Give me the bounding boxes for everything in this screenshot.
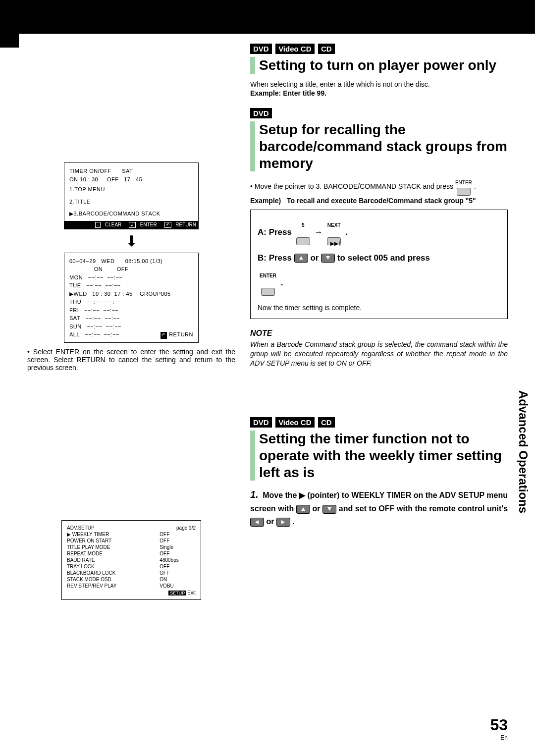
arrow-right-icon: → (314, 227, 322, 237)
table-row: POWER ON START (67, 538, 160, 544)
badge-dvd: DVD (250, 108, 272, 118)
section-title: Setting to turn on player power only (250, 57, 508, 74)
row: 2.TITLE (69, 198, 193, 206)
step-number-icon: 1. (250, 489, 259, 500)
step-b-rest: to select 005 and press (337, 253, 430, 263)
table-row: REPEAT MODE (67, 550, 160, 557)
enter-small-label: ENTER (260, 273, 276, 278)
row: THU −−:−− −−:−− (69, 298, 193, 306)
row: FRI −−:−− −−:−− (69, 306, 193, 315)
left-black-notch (0, 34, 19, 48)
table-row: BLACKBOARD LOCK (67, 570, 160, 576)
next-button-icon: ▶▶| (327, 237, 341, 245)
disc-badges: DVD Video CD CD (250, 44, 508, 54)
row: ▶WED 10 : 30 17 : 45 GROUP005 (69, 290, 193, 298)
disc-badges: DVD Video CD CD (250, 417, 508, 428)
badge-videocd: Video CD (275, 44, 314, 54)
badge-cd: CD (318, 44, 335, 54)
enter-button-icon (261, 288, 275, 296)
row: 00−04−29 WED 08:15.00 (1/3) (69, 257, 193, 266)
row: TUE −−:−− −−:−− (69, 281, 193, 290)
step-text: 1. Move the ▶ (pointer) to WEEKLY TIMER … (250, 486, 508, 528)
down-button-icon (322, 505, 336, 514)
instruction-box: A: Press 5 → NEXT ▶▶| . B: Press or (250, 210, 508, 319)
exit-label: Exit (187, 590, 196, 595)
body-text: • Move the pointer to 3. BARCODE/COMMAND… (250, 177, 508, 196)
complete-text: Now the timer setting is complete. (258, 303, 500, 313)
left-footnote: • Select ENTER on the screen to enter th… (27, 348, 235, 372)
row: SUN −−:−− −−:−− (69, 323, 193, 331)
row: ALL −−:−− −−:−− ↶ RETURN (69, 330, 193, 339)
badge-videocd: Video CD (275, 417, 314, 428)
next-label: NEXT (327, 222, 341, 228)
note-heading: NOTE (250, 329, 508, 338)
row: 1.TOP MENU (69, 185, 193, 194)
row: ON OFF (69, 265, 193, 273)
left-button-icon (250, 518, 264, 527)
table-row: STACK MODE OSD (67, 576, 160, 583)
down-button-icon (321, 254, 335, 263)
table-row: TRAY LOCK (67, 563, 160, 570)
up-button-icon (294, 254, 308, 263)
return-label: RETURN (175, 222, 196, 227)
number-button-icon (296, 237, 310, 245)
up-button-icon (296, 505, 310, 514)
adv-setup-screen: ADV.SETUP page 1/2 ▶ WEEKLY TIMEROFF POW… (61, 520, 201, 600)
screen-footer: – CLEAR ↲ ENTER ↶ RETURN (64, 221, 198, 229)
table-row: TITLE PLAY MODE (67, 544, 160, 550)
or-label: or (310, 253, 319, 263)
row-all: ALL −−:−− −−:−− (69, 330, 119, 339)
top-black-bar (0, 0, 535, 34)
step-a-label: A: Press (258, 227, 292, 237)
advsetup-page: page 1/2 (160, 525, 196, 531)
table-row: REV STEP/REV PLAY (67, 583, 160, 589)
advsetup-title: ADV.SETUP (67, 525, 160, 531)
clear-label: CLEAR (105, 222, 121, 227)
body-text: When selecting a title, enter a title wh… (250, 80, 508, 89)
weekly-timer-screen: 00−04−29 WED 08:15.00 (1/3) ON OFF MON −… (64, 253, 199, 343)
row: TIMER ON/OFF SAT (69, 167, 193, 175)
side-tab-label: Advanced Operations (516, 390, 530, 513)
example-text: Example: Enter title 99. (250, 89, 508, 98)
enter-label: ENTER (140, 222, 157, 227)
badge-dvd: DVD (250, 44, 272, 54)
right-button-icon (276, 518, 290, 527)
arrow-down-icon: ⬇ (27, 232, 235, 250)
enter-small-label: ENTER (455, 180, 472, 185)
timer-onoff-screen: TIMER ON/OFF SAT ON 10 : 30 OFF 17 : 45 … (64, 162, 199, 229)
table-row: BAUD RATE (67, 557, 160, 563)
row: ▶3.BARCODE/COMMAND STACK (69, 210, 193, 218)
table-row: ▶ WEEKLY TIMER (67, 531, 160, 538)
disc-badges: DVD (250, 108, 508, 118)
section-title: Setting the timer function not to operat… (250, 431, 508, 481)
badge-cd: CD (318, 417, 335, 428)
row: SAT −−:−− −−:−− (69, 314, 193, 323)
page-number: 53 En (490, 716, 508, 741)
enter-button-icon (457, 188, 471, 196)
example-line: Example) To recall and execute Barcode/C… (250, 196, 508, 206)
step-b-label: B: Press (258, 253, 292, 263)
five-label: 5 (302, 222, 305, 228)
section-title: Setup for recalling the barcode/command … (250, 121, 508, 171)
note-body: When a Barcode Command stack group is se… (250, 340, 508, 368)
return-label: RETURN (169, 331, 193, 337)
row: MON −−:−− −−:−− (69, 273, 193, 282)
setup-badge: SETUP (168, 591, 186, 595)
row: ON 10 : 30 OFF 17 : 45 (69, 175, 193, 184)
badge-dvd: DVD (250, 417, 272, 428)
